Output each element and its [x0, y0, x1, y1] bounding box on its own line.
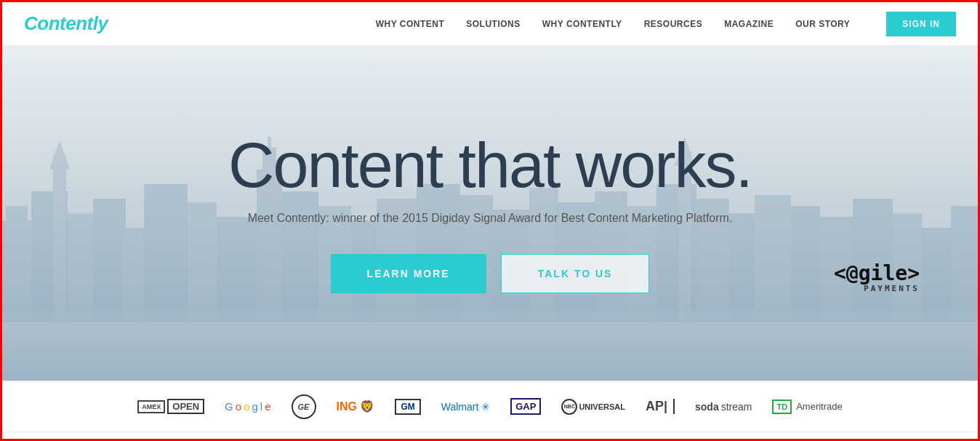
footer-links: Terms – Press – Jobs: [127, 438, 204, 442]
footer-right: Are you a freelancer? Click here: [842, 438, 956, 442]
learn-more-button[interactable]: LEARN MORE: [331, 254, 486, 293]
svg-rect-4: [93, 199, 126, 322]
hero-title: Content that works.: [228, 133, 752, 197]
press-link[interactable]: Press: [158, 438, 178, 442]
terms-link[interactable]: Terms: [127, 438, 149, 442]
svg-rect-36: [951, 206, 978, 322]
main-nav: WHY CONTENT SOLUTIONS WHY CONTENTLY RESO…: [376, 12, 956, 36]
logo-ge: GE: [292, 394, 316, 419]
agile-line1: <@gile>: [834, 261, 920, 285]
svg-rect-1: [6, 206, 28, 322]
logo-amex: AMEX OPEN: [137, 399, 204, 414]
nav-why-contently[interactable]: WHY CONTENTLY: [542, 19, 622, 29]
svg-marker-7: [49, 140, 70, 170]
hero-content: Content that works. Meet Contently: winn…: [214, 133, 766, 293]
footer-left: Copyright © 2015 Contently. Terms – Pres…: [24, 438, 204, 442]
svg-rect-37: [2, 311, 978, 322]
agile-watermark: <@gile> PAYMENTS: [834, 261, 920, 293]
logo-text: Contently: [24, 12, 108, 34]
hero-subtitle: Meet Contently: winner of the 2015 Digid…: [228, 212, 752, 225]
svg-rect-31: [791, 206, 820, 322]
logo-td-ameritrade: TD Ameritrade: [772, 400, 842, 414]
logo-ap: AP|: [646, 399, 675, 414]
hero-buttons: LEARN MORE TALK TO US: [228, 254, 752, 293]
nav-solutions[interactable]: SOLUTIONS: [466, 19, 521, 29]
nav-resources[interactable]: RESOURCES: [644, 19, 703, 29]
svg-rect-33: [853, 199, 893, 322]
freelancer-text: Are you a freelancer?: [842, 438, 918, 442]
svg-rect-3: [68, 213, 93, 322]
logo-gm: GM: [395, 399, 420, 415]
nav-magazine[interactable]: MAGAZINE: [724, 19, 774, 29]
logo[interactable]: Contently: [24, 12, 108, 35]
svg-rect-8: [144, 184, 188, 322]
svg-rect-5: [122, 228, 144, 322]
click-here-link[interactable]: Click here: [920, 438, 956, 442]
copyright-text: Copyright © 2015 Contently.: [24, 438, 124, 442]
svg-rect-35: [922, 228, 955, 322]
nav-why-content[interactable]: WHY CONTENT: [376, 19, 445, 29]
logo-google: Google: [225, 400, 270, 413]
logo-nbc: NBC UNIVERSAL: [561, 399, 625, 415]
jobs-link[interactable]: Jobs: [187, 438, 204, 442]
header: Contently WHY CONTENT SOLUTIONS WHY CONT…: [2, 2, 978, 46]
amex-badge: AMEX: [137, 400, 165, 413]
open-badge: OPEN: [167, 399, 204, 414]
logo-sodastream: sodastream: [695, 401, 752, 413]
logo-walmart: Walmart ✳: [441, 401, 490, 413]
nav-our-story[interactable]: OUR STORY: [795, 19, 850, 29]
logos-bar: AMEX OPEN Google GE ING 🦁 GM Walmart ✳ G…: [2, 381, 978, 432]
logo-ing: ING 🦁: [337, 400, 375, 413]
footer: Copyright © 2015 Contently. Terms – Pres…: [2, 432, 978, 441]
logo-gap: GAP: [510, 398, 541, 415]
sign-in-button[interactable]: SIGN IN: [886, 12, 956, 36]
hero-section: Content that works. Meet Contently: winn…: [2, 46, 978, 381]
talk-to-us-button[interactable]: TALK TO US: [501, 254, 650, 293]
svg-rect-9: [188, 202, 217, 322]
svg-rect-6: [53, 155, 66, 322]
